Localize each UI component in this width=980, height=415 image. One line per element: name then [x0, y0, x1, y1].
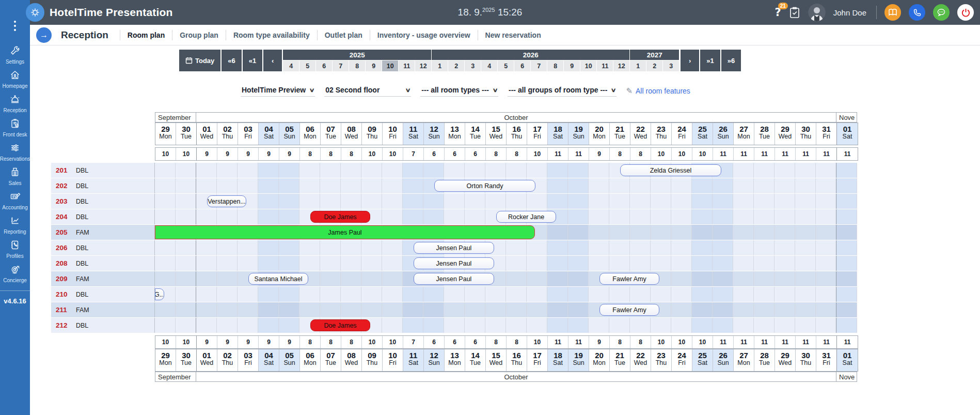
month-2027-3[interactable]: 3 — [663, 60, 679, 71]
grid-cell[interactable] — [568, 163, 589, 178]
grid-cell[interactable] — [836, 163, 857, 178]
reservation-jensen-paul[interactable]: Jensen Paul — [414, 273, 494, 285]
grid-cell[interactable] — [382, 194, 403, 209]
month-2026-11[interactable]: 11 — [597, 60, 613, 71]
grid-cell[interactable] — [609, 256, 630, 271]
grid-cell[interactable] — [713, 225, 733, 240]
grid-cell[interactable] — [795, 287, 816, 302]
grid-cell[interactable] — [238, 302, 258, 317]
grid-cell[interactable] — [403, 209, 423, 224]
grid-cell[interactable] — [361, 287, 382, 302]
grid-cell[interactable] — [423, 287, 444, 302]
grid-cell[interactable] — [465, 209, 485, 224]
grid-cell[interactable] — [713, 178, 733, 193]
grid-cell[interactable] — [155, 178, 176, 193]
grid-cell[interactable] — [320, 256, 341, 271]
grid-cell[interactable] — [816, 225, 836, 240]
grid-cell[interactable] — [733, 240, 754, 255]
prev-button[interactable]: ‹ — [263, 50, 282, 71]
grid-cell[interactable] — [176, 240, 196, 255]
grid-cell[interactable] — [816, 209, 836, 224]
grid-cell[interactable] — [630, 209, 651, 224]
grid-cell[interactable] — [423, 163, 444, 178]
tab-room-type-availability[interactable]: Room type availability — [226, 30, 317, 40]
grid-cell[interactable] — [341, 240, 361, 255]
reservation-jensen-paul[interactable]: Jensen Paul — [414, 242, 494, 254]
grid-cell[interactable] — [341, 178, 361, 193]
floor-select[interactable]: 02 Second floor∨ — [324, 85, 411, 97]
grid-cell[interactable] — [754, 287, 774, 302]
help-icon[interactable]: ? 21 — [775, 6, 781, 19]
reservation-orton-randy[interactable]: Orton Randy — [434, 180, 535, 192]
grid-cell[interactable] — [774, 318, 795, 333]
sidebar-item-sales[interactable]: Sales — [0, 164, 30, 188]
grid-cell[interactable] — [279, 240, 299, 255]
grid-cell[interactable] — [547, 225, 568, 240]
grid-cell[interactable] — [692, 240, 713, 255]
grid-cell[interactable] — [547, 240, 568, 255]
grid-cell[interactable] — [754, 256, 774, 271]
grid-cell[interactable] — [795, 271, 816, 286]
grid-cell[interactable] — [361, 178, 382, 193]
grid-cell[interactable] — [630, 194, 651, 209]
grid-cell[interactable] — [733, 302, 754, 317]
collapse-arrow-icon[interactable]: → — [36, 27, 52, 43]
grid-cell[interactable] — [754, 225, 774, 240]
grid-cell[interactable] — [506, 240, 527, 255]
grid-cell[interactable] — [795, 209, 816, 224]
grid-cell[interactable] — [279, 178, 299, 193]
grid-cell[interactable] — [651, 256, 671, 271]
grid-cell[interactable] — [279, 302, 299, 317]
grid-cell[interactable] — [299, 178, 320, 193]
grid-cell[interactable] — [630, 287, 651, 302]
grid-cell[interactable] — [341, 163, 361, 178]
forward-1-month-button[interactable]: »1 — [700, 50, 720, 71]
grid-cell[interactable] — [361, 163, 382, 178]
grid-cell[interactable] — [692, 287, 713, 302]
grid-cell[interactable] — [196, 318, 217, 333]
grid-cell[interactable] — [527, 287, 547, 302]
grid-cell[interactable] — [403, 318, 423, 333]
sidebar-item-profiles[interactable]: Profiles — [0, 237, 30, 261]
grid-cell[interactable] — [196, 256, 217, 271]
grid-cell[interactable] — [609, 225, 630, 240]
reservation-james-paul[interactable]: James Paul — [155, 225, 535, 239]
grid-cell[interactable] — [733, 178, 754, 193]
grid-cell[interactable] — [361, 271, 382, 286]
grid-cell[interactable] — [630, 178, 651, 193]
reservation-zelda-griessel[interactable]: Zelda Griessel — [620, 164, 721, 176]
grid-cell[interactable] — [671, 318, 692, 333]
grid-cell[interactable] — [155, 194, 176, 209]
grid-cell[interactable] — [774, 178, 795, 193]
grid-cell[interactable] — [217, 209, 238, 224]
grid-cell[interactable] — [238, 163, 258, 178]
grid-cell[interactable] — [774, 194, 795, 209]
grid-cell[interactable] — [754, 240, 774, 255]
grid-cell[interactable] — [196, 271, 217, 286]
grid-cell[interactable] — [795, 163, 816, 178]
back-6-months-button[interactable]: «6 — [222, 50, 241, 71]
grid-cell[interactable] — [609, 287, 630, 302]
grid-cell[interactable] — [609, 178, 630, 193]
grid-cell[interactable] — [671, 302, 692, 317]
grid-cell[interactable] — [713, 302, 733, 317]
grid-cell[interactable] — [671, 194, 692, 209]
sidebar-item-front-desk[interactable]: Front desk — [0, 115, 30, 140]
grid-cell[interactable] — [671, 271, 692, 286]
grid-cell[interactable] — [651, 194, 671, 209]
grid-cell[interactable] — [341, 256, 361, 271]
grid-cell[interactable] — [279, 194, 299, 209]
reservation-fawler-amy[interactable]: Fawler Amy — [599, 304, 659, 316]
grid-cell[interactable] — [485, 194, 506, 209]
grid-cell[interactable] — [361, 240, 382, 255]
grid-cell[interactable] — [836, 194, 857, 209]
grid-cell[interactable] — [279, 256, 299, 271]
grid-cell[interactable] — [692, 209, 713, 224]
phone-icon[interactable] — [909, 4, 925, 21]
grid-cell[interactable] — [547, 256, 568, 271]
grid-cell[interactable] — [176, 163, 196, 178]
grid-cell[interactable] — [341, 287, 361, 302]
month-2025-6[interactable]: 6 — [316, 60, 332, 71]
grid-cell[interactable] — [589, 287, 609, 302]
grid-cell[interactable] — [816, 318, 836, 333]
